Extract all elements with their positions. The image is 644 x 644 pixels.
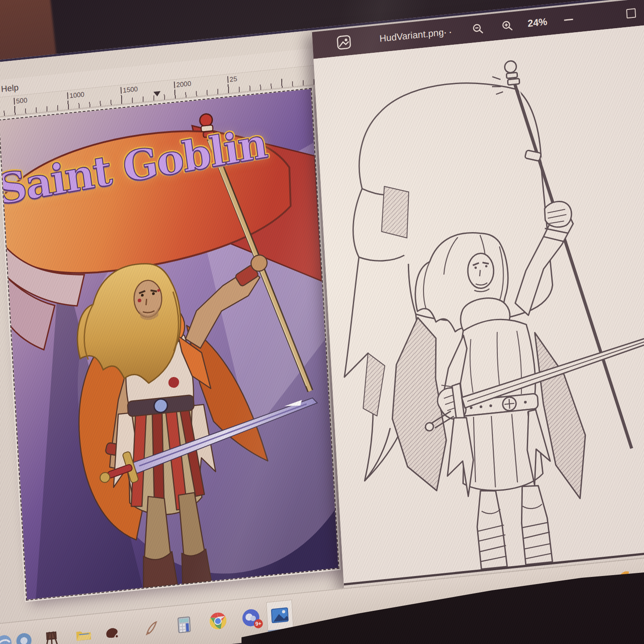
menu-item-help[interactable]: Help: [0, 81, 22, 96]
taskbar-quill-icon[interactable]: [138, 613, 164, 643]
ruler-label-2000: 2000: [174, 80, 191, 89]
taskbar-paint-splat-icon[interactable]: [98, 617, 125, 644]
ruler-label-1000: 1000: [67, 91, 85, 99]
zoom-level-indicator: 24%: [521, 8, 554, 38]
ruler-position-marker: [153, 91, 161, 97]
taskbar-folder-icon[interactable]: [70, 619, 97, 644]
minimize-button[interactable]: [556, 5, 581, 34]
taskbar-app-circle-b[interactable]: [11, 626, 37, 644]
editor-canvas[interactable]: Saint Goblin: [0, 88, 339, 600]
zoom-in-button[interactable]: [494, 11, 520, 40]
minimize-icon: [564, 18, 573, 21]
ruler-label-500: 500: [14, 97, 28, 105]
taskbar-chrome-icon[interactable]: [205, 606, 231, 636]
taskbar-easel-icon[interactable]: [38, 623, 65, 644]
ruler-label-1500: 1500: [120, 85, 138, 94]
editor-window: Help 500 1000 1500 2000 25: [0, 30, 344, 631]
lineart-illustration: [314, 14, 644, 588]
taskbar-calculator-icon[interactable]: [171, 610, 197, 640]
maximize-button[interactable]: [618, 0, 644, 28]
monitor-screen: Help 500 1000 1500 2000 25: [0, 0, 644, 644]
photos-window: HudVariant.png ··· 24%: [312, 0, 644, 588]
taskbar-chat-app-icon[interactable]: 9+: [237, 602, 264, 633]
photographed-monitor-scene: Help 500 1000 1500 2000 25: [0, 0, 644, 644]
zoom-out-button[interactable]: [465, 14, 491, 43]
maximize-icon: [626, 8, 636, 18]
tray-moon-icon[interactable]: [616, 568, 637, 590]
taskbar-photos-app-icon[interactable]: [266, 600, 294, 632]
photos-image-view[interactable]: [314, 14, 644, 588]
notification-badge: 9+: [254, 619, 263, 629]
photos-app-titlebar-icon: [336, 34, 352, 50]
ruler-label-2500: 25: [227, 75, 237, 83]
